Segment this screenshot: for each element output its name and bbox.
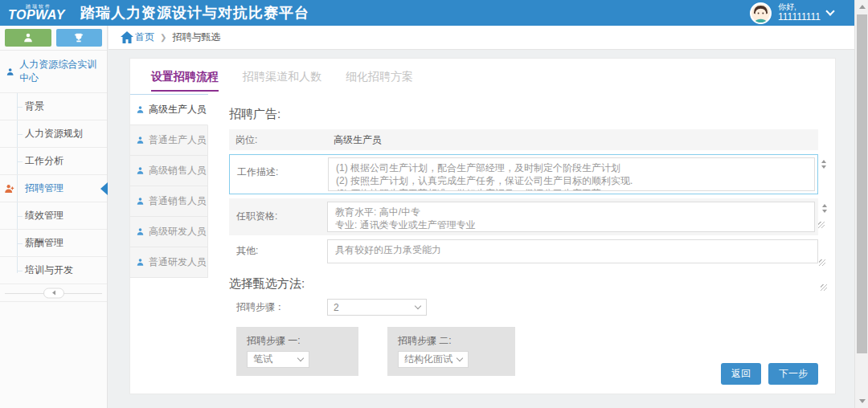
qualification-textarea[interactable]: 教育水平: 高中/中专 专业: 通讯类专业或生产管理专业 经验: 2年以上生产类… [327, 202, 815, 232]
next-step-button[interactable]: 下一步 [768, 363, 818, 385]
post-label: 岗位: [235, 133, 334, 147]
trainee-mode-button[interactable] [5, 29, 51, 47]
resize-handle-icon[interactable] [819, 259, 825, 266]
position-tab-label: 普通销售人员 [149, 194, 207, 208]
scroll-down-icon[interactable] [822, 210, 827, 213]
step-two-select[interactable]: 结构化面试 [398, 351, 469, 368]
recruitment-form: 招聘广告: 岗位: 高级生产员 工作描述: (1) 根据公司生产计划，配合生产部… [208, 94, 835, 394]
page-scrollbar[interactable] [854, 0, 868, 408]
person-icon [6, 67, 14, 77]
person-icon [136, 258, 145, 267]
sidebar-item-recruitment[interactable]: 招聘管理 [0, 175, 107, 202]
position-tab-senior-sales[interactable]: 高级销售人员 [130, 156, 208, 186]
job-description-row: 工作描述: (1) 根据公司生产计划，配合生产部经理，及时制定个阶段生产计划 (… [229, 154, 818, 194]
trophy-icon [73, 32, 84, 43]
step-one-select[interactable]: 笔试 [247, 351, 309, 368]
tab-refine-plan[interactable]: 细化招聘方案 [346, 70, 413, 92]
post-value: 高级生产员 [334, 133, 382, 147]
person-icon [136, 166, 145, 175]
position-tab-normal-production[interactable]: 普通生产人员 [130, 125, 208, 156]
competition-mode-button[interactable] [56, 29, 103, 47]
section-title-method: 选择甄选方法: [229, 276, 818, 292]
chevron-down-icon [415, 303, 421, 309]
main-area: 首页 ❯ 招聘与甄选 设置招聘流程 招聘渠道和人数 细化招聘方案 高级生产人员 … [108, 26, 854, 408]
tab-channels-headcount[interactable]: 招聘渠道和人数 [243, 70, 321, 92]
step-one-box: 招聘步骤 一: 笔试 [236, 327, 358, 376]
sidebar-item-hr-planning[interactable]: 人力资源规划 [0, 120, 107, 148]
sidebar-item-background[interactable]: 背景 [0, 93, 107, 120]
sidebar-item-label: 招聘管理 [25, 182, 63, 194]
person-icon [136, 227, 145, 236]
position-tab-label: 高级生产人员 [149, 103, 207, 116]
resize-handle-icon[interactable] [821, 284, 827, 291]
user-info: 你好, 111111111 [778, 2, 821, 22]
position-tab-normal-rd[interactable]: 普通研发人员 [130, 247, 208, 278]
sidebar-item-label: 人力资源规划 [25, 128, 83, 139]
person-icon [136, 136, 145, 145]
breadcrumb-home-label: 首页 [135, 31, 154, 44]
qualification-label: 任职资格: [229, 202, 327, 232]
sidebar-item-performance[interactable]: 绩效管理 [0, 202, 107, 230]
process-tabs: 设置招聘流程 招聘渠道和人数 细化招聘方案 [130, 59, 835, 92]
user-name: 111111111 [778, 12, 821, 23]
sidebar-item-label: 背景 [25, 100, 44, 112]
position-tab-senior-rd[interactable]: 高级研发人员 [130, 217, 208, 247]
scroll-up-icon[interactable] [822, 204, 827, 207]
sidebar-item-compensation[interactable]: 薪酬管理 [0, 230, 107, 257]
sidebar-item-label: 工作分析 [25, 155, 63, 166]
post-row: 岗位: 高级生产员 [229, 129, 818, 150]
sidebar-collapse-row [0, 284, 107, 302]
breadcrumb-separator: ❯ [160, 33, 166, 42]
step-one-value: 笔试 [253, 353, 272, 366]
sidebar-collapse-button[interactable] [43, 288, 64, 298]
position-tab-senior-production[interactable]: 高级生产人员 [130, 95, 208, 125]
sidebar-item-label: 薪酬管理 [25, 237, 63, 248]
breadcrumb: 首页 ❯ 招聘与甄选 [108, 26, 854, 50]
person-icon [136, 197, 145, 206]
chevron-down-icon[interactable] [825, 6, 834, 15]
chevron-left-icon [52, 291, 55, 296]
position-tab-label: 普通生产人员 [149, 133, 207, 147]
sidebar: 人力资源综合实训中心 背景 人力资源规划 工作分析 招聘管理 绩效管理 薪酬管理 [0, 26, 108, 408]
scrollbar-arrows[interactable] [822, 204, 827, 213]
sidebar-item-training-center[interactable]: 人力资源综合实训中心 [0, 51, 107, 93]
step-two-box: 招聘步骤 二: 结构化面试 [387, 327, 515, 376]
other-row: 其他: 具有较好的压力承受能力 [229, 239, 818, 263]
position-tab-list: 高级生产人员 普通生产人员 高级销售人员 普通销售人员 高级研发人员 [130, 94, 208, 394]
tab-set-recruitment-process[interactable]: 设置招聘流程 [151, 70, 219, 92]
chevron-down-icon [297, 355, 304, 361]
logo-wordmark: TOPWAY [8, 9, 65, 22]
steps-count-select[interactable]: 2 [327, 299, 427, 316]
sidebar-item-training[interactable]: 培训与开发 [0, 257, 107, 284]
scroll-up-icon[interactable] [821, 160, 826, 163]
step-two-label: 招聘步骤 二: [398, 334, 504, 348]
scrollbar-thumb[interactable] [857, 14, 867, 353]
scroll-up-icon[interactable] [859, 5, 866, 9]
scroll-down-icon[interactable] [821, 165, 826, 169]
qualification-row: 任职资格: 教育水平: 高中/中专 专业: 通讯类专业或生产管理专业 经验: 2… [229, 198, 818, 235]
person-plus-icon [4, 183, 14, 194]
topway-logo: 踏瑞软件 TOPWAY [0, 4, 69, 22]
steps-count-row: 招聘步骤： 2 [229, 299, 818, 316]
app-header: 踏瑞软件 TOPWAY 踏瑞人力资源设计与对抗比赛平台 你好, 11111111… [0, 0, 854, 26]
steps-count-value: 2 [334, 302, 339, 313]
person-icon [136, 105, 145, 114]
resize-handle-icon[interactable] [818, 222, 825, 228]
person-icon [23, 32, 34, 43]
scrollbar-arrows[interactable] [821, 160, 826, 169]
sidebar-item-label: 培训与开发 [25, 264, 73, 275]
user-menu[interactable]: 你好, 111111111 [750, 2, 854, 24]
back-button[interactable]: 返回 [721, 363, 761, 385]
sidebar-item-job-analysis[interactable]: 工作分析 [0, 148, 107, 175]
avatar[interactable] [750, 2, 772, 24]
home-icon [121, 31, 133, 43]
position-tab-normal-sales[interactable]: 普通销售人员 [130, 186, 208, 217]
step-two-value: 结构化面试 [404, 353, 452, 366]
steps-count-label: 招聘步骤： [229, 300, 327, 314]
scroll-down-icon[interactable] [859, 399, 866, 403]
position-tab-label: 普通研发人员 [149, 255, 207, 269]
other-textarea[interactable]: 具有较好的压力承受能力 [327, 239, 818, 263]
breadcrumb-home-link[interactable]: 首页 [121, 31, 154, 44]
job-description-textarea[interactable]: (1) 根据公司生产计划，配合生产部经理，及时制定个阶段生产计划 (2) 按照生… [328, 157, 815, 191]
position-tab-label: 高级销售人员 [149, 164, 207, 177]
